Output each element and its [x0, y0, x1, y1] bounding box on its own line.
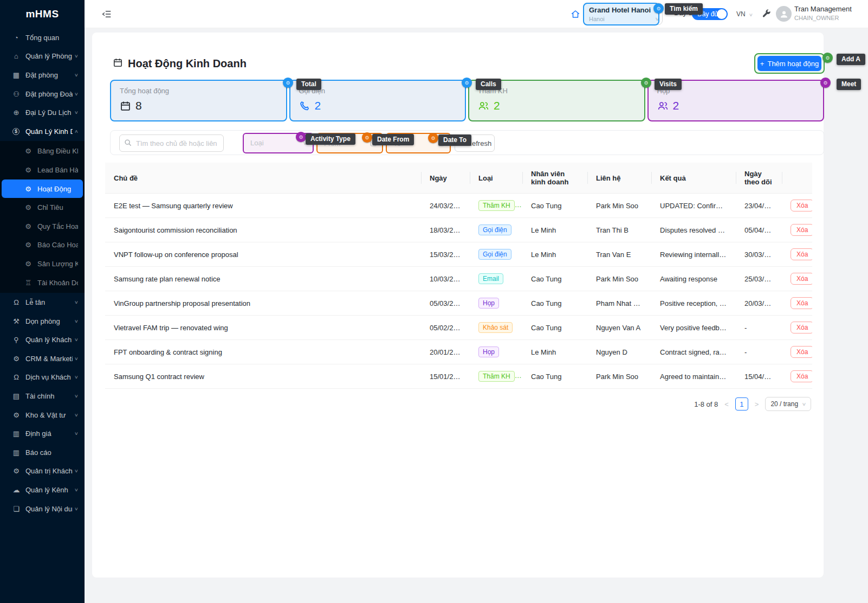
- sidebar-item-ho-t-ng[interactable]: ⚙Hoạt Động: [2, 179, 83, 198]
- calendar-icon: ▦: [12, 72, 21, 79]
- type-tag: Họp: [478, 298, 499, 309]
- annotation-badge: ⚙: [362, 132, 372, 143]
- prev-page-button[interactable]: <: [723, 400, 730, 408]
- delete-button[interactable]: Xóa: [791, 322, 812, 333]
- result-cell: Contract signed, rate plan a...: [651, 340, 736, 364]
- sidebar-item-nh-gi[interactable]: ▥Định giá∨: [0, 424, 85, 443]
- delete-button[interactable]: Xóa: [791, 370, 812, 382]
- delete-button[interactable]: Xóa: [791, 297, 812, 309]
- page-size-select[interactable]: 20 / trang ∨: [765, 397, 811, 411]
- result-cell: Very positive feedback, will ...: [651, 316, 736, 340]
- activities-table: Chủ đề Ngày Loại Nhân viên kinh doanh Li…: [105, 163, 812, 411]
- search-input[interactable]: [119, 134, 224, 152]
- sidebar-item-t-ph-ng[interactable]: ▦Đặt phòng∨: [0, 66, 85, 85]
- home-icon[interactable]: [571, 9, 580, 21]
- menu-fold-icon[interactable]: [102, 9, 112, 21]
- delete-button[interactable]: Xóa: [791, 346, 812, 358]
- date-cell: 05/02/2026: [421, 316, 470, 340]
- annotation-badge: ⚙: [296, 132, 306, 142]
- sidebar-nav: ◔Tổng quan⌂Quản lý Phòng∨▦Đặt phòng∨⚇Đặt…: [0, 28, 85, 518]
- table-row: E2E test — Samsung quarterly review24/03…: [105, 194, 812, 218]
- sidebar-item-d-n-ph-ng[interactable]: ⚒Dọn phòng∨: [0, 312, 85, 331]
- avatar[interactable]: [776, 6, 792, 22]
- result-cell: Positive reception, requeste...: [651, 291, 736, 316]
- chevron-down-icon: ∨: [74, 300, 79, 305]
- staff-cell: Cao Tung: [522, 194, 587, 218]
- wrench-icon[interactable]: [761, 9, 772, 21]
- delete-button[interactable]: Xóa: [791, 200, 812, 211]
- sidebar-item-b-o-c-o[interactable]: ▥Báo cáo: [0, 443, 85, 462]
- actions-cell: Xóa: [782, 340, 812, 364]
- column-header-result: Kết quả: [651, 163, 736, 194]
- tools-icon: ⚒: [12, 318, 21, 325]
- contact-cell: Park Min Soo: [587, 194, 651, 218]
- current-page-button[interactable]: 1: [735, 397, 748, 410]
- language-select[interactable]: VN ∨: [736, 10, 753, 18]
- pagination: 1-8 of 8 < 1 > 20 / trang ∨: [105, 397, 812, 411]
- subject-cell: VNPT follow-up on conference proposal: [105, 242, 421, 267]
- sidebar-item-b-ng-i-u-khi-n[interactable]: ⚙Bảng Điều Khiển: [0, 142, 85, 161]
- team-icon: [478, 100, 489, 112]
- sidebar-item-qu-n-l-kh-ch[interactable]: ⚲Quản lý Khách ...∨: [0, 331, 85, 350]
- chevron-down-icon: ∨: [74, 413, 79, 418]
- sidebar-item-t-ph-ng-o-n[interactable]: ⚇Đặt phòng Đoàn∨: [0, 85, 85, 104]
- sidebar-item-t-i-ch-nh[interactable]: ▤Tài chính∨: [0, 387, 85, 406]
- sidebar-item-l-t-n[interactable]: ΩLễ tân∨: [0, 293, 85, 312]
- annotation-tooltip: Date To: [438, 134, 471, 146]
- sidebar-item-label: Tổng quan: [25, 34, 78, 42]
- followup-cell: 23/04/2026: [736, 194, 782, 218]
- delete-button[interactable]: Xóa: [791, 248, 812, 260]
- column-header-type: Loại: [470, 163, 522, 194]
- sidebar-item-qu-n-l-n-i-dung[interactable]: ❏Quản lý Nội dung∨: [0, 499, 85, 518]
- sidebar-item-label: Quản lý Kênh: [25, 486, 73, 494]
- gear-icon: ⚙: [24, 223, 33, 230]
- sidebar-item-label: Đặt phòng Đoàn: [25, 90, 73, 98]
- subject-cell: Samsung Q1 contract review: [105, 364, 421, 389]
- result-cell: Awaiting response: [651, 267, 736, 291]
- type-tag: Gọi điện: [478, 224, 511, 235]
- sidebar-item-b-o-c-o-hoa[interactable]: ⚙Báo Cáo Hoa ...: [0, 236, 85, 255]
- type-cell: Gọi điện: [470, 242, 522, 267]
- add-activity-button[interactable]: + Thêm hoạt động: [757, 56, 821, 71]
- chevron-down-icon: ∨: [655, 16, 660, 22]
- sidebar-item-d-ch-v-kh-ch[interactable]: ΩDịch vụ Khách∨: [0, 368, 85, 387]
- gear-icon: ⚙: [24, 147, 33, 155]
- sidebar-item-lead-b-n-h-ng[interactable]: ⚙Lead Bán Hàng: [0, 161, 85, 179]
- calendar-icon: [120, 100, 131, 112]
- sidebar-item-qu-n-tr-kh-ch[interactable]: ⚙Quản trị Khách ...∨: [0, 462, 85, 481]
- sidebar-item-qu-n-l-ph-ng[interactable]: ⌂Quản lý Phòng∨: [0, 47, 85, 66]
- chevron-down-icon: ∨: [74, 110, 79, 115]
- page-size-value: 20 / trang: [770, 400, 798, 408]
- next-page-button[interactable]: >: [754, 400, 760, 408]
- sidebar-item-s-n-l-ng-kin[interactable]: ⚙Sản Lượng Kin...: [0, 254, 85, 273]
- staff-cell: Cao Tung: [522, 267, 587, 291]
- sidebar-item-label: Báo Cáo Hoa ...: [37, 241, 78, 249]
- staff-cell: Cao Tung: [522, 316, 587, 340]
- hotel-select[interactable]: Grand Hotel Hanoi Hanoi ∨: [583, 3, 663, 25]
- sidebar-item-kho-v-t-t[interactable]: ⚙Kho & Vật tư∨: [0, 406, 85, 425]
- gear-icon: ⚙: [24, 204, 33, 211]
- sidebar-item-quy-t-c-hoa-h[interactable]: ⚙Quy Tắc Hoa H...: [0, 217, 85, 236]
- cloud-icon: ☁: [12, 486, 21, 493]
- delete-button[interactable]: Xóa: [791, 273, 812, 285]
- stat-value: 2: [299, 99, 457, 112]
- sidebar-item-label: CRM & Marketi...: [25, 355, 73, 363]
- annotation-badge: ⚙: [822, 53, 833, 63]
- sidebar-item-i-l-du-l-ch[interactable]: ⊕Đại Lý Du Lịch∨: [0, 103, 85, 122]
- result-cell: Disputes resolved — 1 was ...: [651, 218, 736, 242]
- sidebar-item-qu-n-l-kinh-d[interactable]: $Quản Lý Kinh D...∧: [0, 122, 85, 141]
- contact-cell: Tran Thi B: [587, 218, 651, 242]
- annotation-tooltip: Activity Type: [306, 133, 355, 145]
- delete-button[interactable]: Xóa: [791, 224, 812, 236]
- hotel-city: Hanoi: [589, 16, 605, 22]
- sidebar-item-t-i-kho-n-doa[interactable]: ♖Tài Khoản Doa...: [0, 273, 85, 292]
- gear-icon: ⚙: [12, 355, 21, 362]
- bell-icon: Ω: [12, 374, 21, 381]
- sidebar-item-t-ng-quan[interactable]: ◔Tổng quan: [0, 28, 85, 47]
- page-title: Hoạt Động Kinh Doanh: [128, 57, 247, 70]
- dashboard-icon: ◔: [12, 34, 21, 41]
- sidebar-item-ch-ti-u[interactable]: ⚙Chỉ Tiêu: [0, 198, 85, 217]
- type-tag: Gọi điện: [478, 249, 511, 260]
- sidebar-item-crm-marketi[interactable]: ⚙CRM & Marketi...∨: [0, 349, 85, 368]
- sidebar-item-qu-n-l-k-nh[interactable]: ☁Quản lý Kênh∨: [0, 480, 85, 499]
